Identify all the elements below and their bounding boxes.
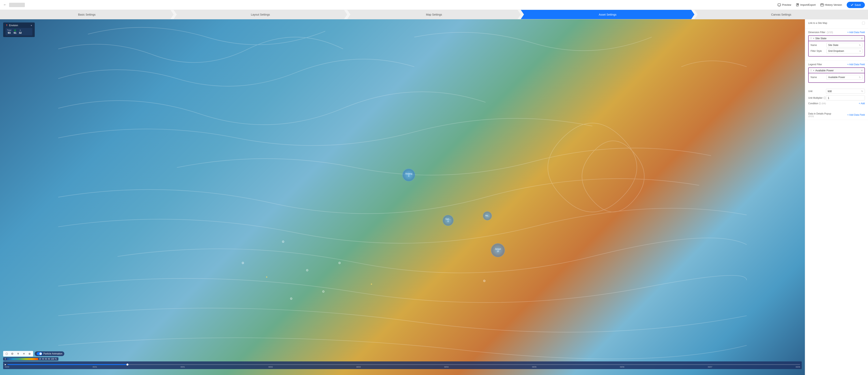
toolbar-icons: ⬡ ⚙ ⛛ ☀ ⊕ (3, 351, 33, 356)
stat-wind: 🌲 61 (13, 29, 17, 34)
field-name-row: Name Site State ↻ (811, 43, 863, 47)
location-jiangxi: Jiangxi16 (491, 243, 505, 257)
color-scale: 0 20 40 60 80 100 % (3, 357, 58, 361)
filter-body: Name Site State ↻ Filter Style Grid Drop… (808, 41, 865, 57)
legend-name-label: Name (811, 76, 826, 79)
unit-input[interactable]: kW ↻ (826, 89, 865, 94)
svg-rect-0 (778, 4, 781, 6)
condition-row: Condition i (0/6) + Add (808, 102, 865, 105)
chevron-down-icon[interactable]: ▾ (813, 37, 814, 39)
chevron-down-icon[interactable]: ▾ (860, 50, 861, 53)
filter-name: Site State (815, 37, 860, 40)
sync-icon[interactable]: ↻ (861, 90, 863, 93)
color-bar (7, 358, 38, 360)
site-state-filter: ⠿ ▾ Site State ✕ Name Site State ↻ Filte… (808, 35, 865, 57)
sync-icon[interactable]: ↻ (859, 44, 861, 46)
unit-multiplier-row: Unit Multiplier i 1 (808, 95, 865, 101)
chevron-down-icon[interactable]: ▾ (813, 69, 814, 71)
sync-icon[interactable]: ↻ (859, 76, 861, 79)
svg-rect-2 (820, 4, 824, 6)
turbine-icon: ⚙ (242, 261, 244, 265)
close-legend-filter-button[interactable]: ✕ (861, 69, 863, 72)
drag-handle-icon[interactable]: ⠿ (810, 37, 812, 40)
share-icon[interactable]: ⬡ (5, 352, 9, 356)
map-canvas: 📍 Envision ▼ Total 93 🌲 61 ☀ 32 (0, 19, 805, 375)
turbine-icon: ⚙ (282, 240, 284, 244)
legend-name-row: Name Available Power ↻ (811, 75, 863, 79)
add-dimension-field-button[interactable]: + Add Data Field (847, 31, 865, 34)
close-filter-button[interactable]: ✕ (861, 37, 863, 40)
field-name-label: Name (811, 44, 826, 46)
map-area: 📍 Envision ▼ Total 93 🌲 61 ☀ 32 (0, 19, 805, 375)
legend-filter-body: Name Available Power ↻ (808, 73, 865, 83)
filter-style-select[interactable]: Grid Dropdown ▾ (826, 49, 863, 54)
map-info-box: 📍 Envision ▼ Total 93 🌲 61 ☀ 32 (3, 23, 35, 37)
drag-handle-icon[interactable]: ⠿ (810, 69, 812, 72)
preview-button[interactable]: Preview (778, 3, 791, 6)
legend-filter-header: ⠿ ▾ Available Power ✕ (809, 68, 864, 73)
step-basic[interactable]: Basic Settings (0, 10, 174, 19)
dimension-filter-section: Dimension Filter (1/10) + Add Data Field… (805, 29, 868, 61)
filter-style-row: Filter Style Grid Dropdown ▾ (811, 49, 863, 54)
solar-icon: ✦ (370, 282, 373, 286)
available-power-filter: ⠿ ▾ Available Power ✕ Name Available Pow… (808, 67, 865, 83)
logo (9, 3, 25, 7)
steps-nav: Basic Settings Layout Settings Map Setti… (0, 10, 868, 19)
topbar: ← Preview Import/Export History Version (0, 0, 868, 10)
step-layout[interactable]: Layout Settings (174, 10, 347, 19)
add-condition-button[interactable]: + Add (859, 102, 865, 105)
import-export-button[interactable]: Import/Export (796, 3, 816, 6)
condition-label: Condition i (0/6) (808, 102, 826, 105)
legend-name-input[interactable]: Available Power ↻ (826, 75, 863, 79)
timeline: ▶ 05/3005/3106/0106/02 06/0306/0406/0506… (3, 362, 802, 369)
bottom-fields: Unit kW ↻ Unit Multiplier i 1 Condition (805, 87, 868, 108)
right-panel: Link to a Site Map Dimension Filter (1/1… (805, 19, 868, 375)
map-stats: Total 93 🌲 61 ☀ 32 (5, 28, 32, 35)
field-name-input[interactable]: Site State ↻ (826, 43, 863, 47)
topbar-actions: Preview Import/Export History Version Sa… (778, 2, 865, 8)
wind-icon[interactable]: ⚙ (10, 352, 14, 356)
turbine-icon: ⚙ (290, 297, 292, 301)
location-xinjiang: Xinjiang4 (402, 169, 415, 181)
location-gansu: Gan...6 (443, 215, 454, 226)
step-map[interactable]: Map Settings (347, 10, 521, 19)
add-popup-field-button[interactable]: + Add Data Field (847, 113, 865, 116)
stat-total: Total 93 (7, 29, 11, 34)
info-icon: i (824, 97, 826, 99)
timeline-dates: 05/3005/3106/0106/02 06/0306/0406/0506/0… (5, 366, 800, 368)
particle-animation-toggle[interactable]: Particle Animation (35, 351, 64, 356)
play-button[interactable]: ▶ (5, 363, 6, 366)
turbine-icon: ⚙ (306, 268, 309, 272)
stat-solar: ☀ 32 (19, 29, 22, 34)
turbine-icon: ⚙ (483, 279, 486, 283)
filter-header: ⠿ ▾ Site State ✕ (809, 36, 864, 41)
history-version-button[interactable]: History Version (820, 3, 842, 6)
link-site-map-section: Link to a Site Map (805, 19, 868, 29)
unit-multiplier-input[interactable]: 1 (826, 95, 865, 101)
info-icon: i (819, 102, 821, 105)
link-site-map-checkbox[interactable] (862, 22, 865, 25)
location-henan: He... (483, 211, 492, 220)
filter-icon[interactable]: ⛛ (16, 352, 20, 356)
legend-filter-label: Legend Filter (808, 63, 822, 66)
step-canvas[interactable]: Canvas Settings (694, 10, 868, 19)
unit-multiplier-label: Unit Multiplier i (808, 97, 826, 99)
turbine-icon: ⚙ (338, 261, 341, 265)
save-button[interactable]: Save (847, 2, 865, 8)
link-site-map-label: Link to a Site Map (808, 22, 827, 25)
settings2-icon[interactable]: ⊕ (28, 352, 32, 356)
map-toolbar: ⬡ ⚙ ⛛ ☀ ⊕ Particle Animation 0 20 4 (3, 351, 802, 369)
unit-row: Unit kW ↻ (808, 89, 865, 94)
back-button[interactable]: ← (3, 3, 7, 7)
data-popup-label: Data in Details Popup (808, 112, 831, 115)
data-popup-count: (0/10) (808, 115, 831, 117)
step-asset[interactable]: Asset Settings (521, 10, 694, 19)
legend-filter-section: Legend Filter + Add Data Field ⠿ ▾ Avail… (805, 61, 868, 87)
data-popup-section: Data in Details Popup (0/10) + Add Data … (805, 108, 868, 120)
sun2-icon[interactable]: ☀ (22, 352, 26, 356)
dimension-filter-label: Dimension Filter (1/10) (808, 31, 833, 34)
filter-style-label: Filter Style (811, 50, 826, 53)
add-legend-field-button[interactable]: + Add Data Field (847, 63, 865, 66)
unit-label: Unit (808, 90, 826, 93)
main-layout: 📍 Envision ▼ Total 93 🌲 61 ☀ 32 (0, 19, 868, 375)
